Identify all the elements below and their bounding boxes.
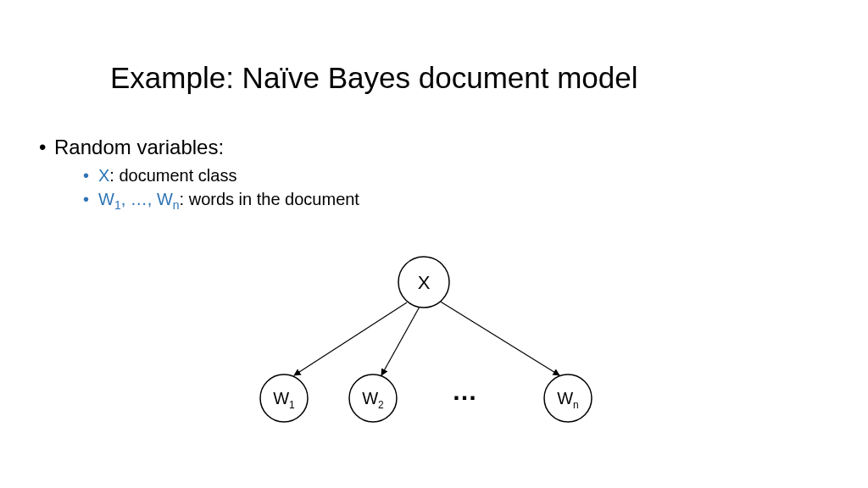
bullet-sub-1: X: document class (98, 166, 236, 186)
edge-x-w1 (294, 302, 407, 375)
node-x-label: X (418, 272, 431, 293)
slide-title: Example: Naïve Bayes document model (110, 61, 638, 95)
bullet-sub-2: W1, …, Wn: words in the document (98, 190, 359, 212)
edge-x-wn (439, 301, 559, 375)
graph-diagram: X W1 W2 … Wn (246, 250, 636, 445)
var-x: X (98, 166, 109, 185)
var-w-range: W1, …, Wn (98, 190, 180, 208)
slide: Example: Naïve Bayes document model Rand… (0, 0, 868, 488)
bullet-heading: Random variables: (54, 136, 224, 159)
edge-x-w2 (381, 307, 420, 375)
bullet-sub-1-text: : document class (109, 166, 236, 185)
ellipsis: … (452, 377, 477, 405)
bullet-sub-2-text: : words in the document (180, 190, 359, 208)
